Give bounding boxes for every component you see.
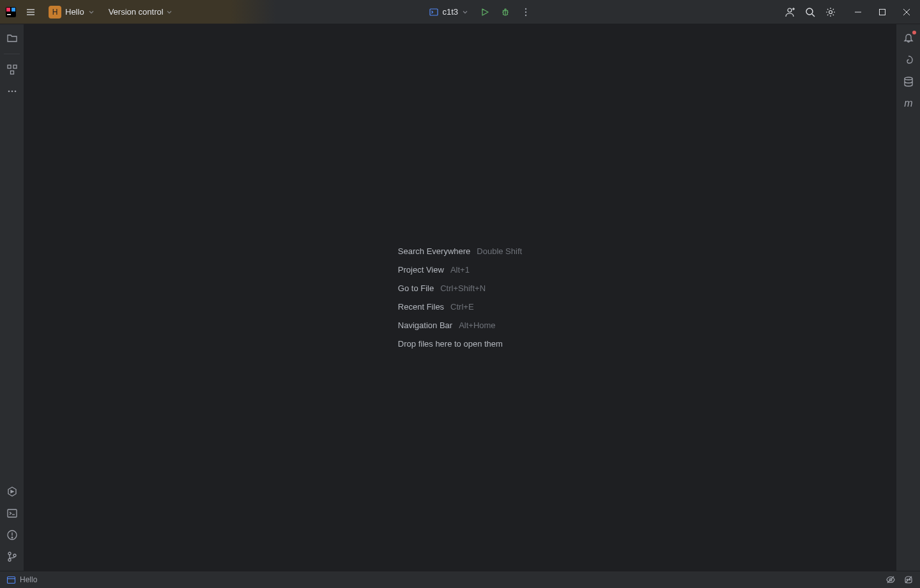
settings-button[interactable]: [822, 3, 839, 21]
svg-line-15: [507, 14, 509, 15]
svg-point-16: [505, 8, 506, 10]
status-project-button[interactable]: Hello: [6, 575, 37, 585]
project-badge: H: [49, 6, 61, 19]
svg-text:m: m: [904, 98, 912, 109]
minimize-icon: [854, 8, 862, 16]
version-control-button[interactable]: Version control: [103, 4, 178, 19]
svg-line-14: [503, 14, 504, 15]
chevron-down-icon: [166, 9, 172, 15]
search-icon: [804, 6, 816, 18]
welcome-action-project-view: Project View Alt+1: [398, 265, 522, 275]
svg-rect-31: [13, 65, 17, 68]
close-window-button[interactable]: [898, 4, 915, 20]
more-actions-button[interactable]: [517, 3, 535, 21]
structure-icon: [6, 64, 18, 75]
svg-point-44: [13, 554, 16, 557]
svg-point-19: [525, 14, 526, 15]
debug-button[interactable]: [496, 3, 514, 21]
more-vertical-icon: [521, 7, 531, 17]
titlebar: H Hello Version control c1t3: [0, 0, 920, 24]
ai-assistant-button[interactable]: [898, 50, 919, 70]
welcome-action-recent-files: Recent Files Ctrl+E: [398, 302, 522, 312]
terminal-icon: [6, 508, 18, 519]
svg-rect-37: [8, 509, 17, 517]
status-project-label: Hello: [20, 575, 37, 584]
welcome-action-go-to-file: Go to File Ctrl+Shift+N: [398, 283, 522, 293]
chevron-down-icon: [88, 9, 95, 15]
window-icon: [6, 575, 16, 585]
run-config-selector[interactable]: c1t3: [424, 4, 474, 20]
svg-point-33: [8, 91, 10, 93]
status-copilot-button[interactable]: [903, 575, 914, 585]
svg-point-45: [905, 77, 912, 80]
left-toolbar: [0, 24, 24, 571]
terminal-tool-button[interactable]: [2, 503, 22, 524]
svg-point-51: [907, 579, 908, 580]
gear-icon: [825, 6, 836, 18]
add-person-icon: [784, 6, 795, 18]
welcome-action-search: Search Everywhere Double Shift: [398, 246, 522, 256]
minimize-window-button[interactable]: [850, 4, 866, 20]
svg-point-23: [806, 8, 813, 15]
bug-icon: [500, 7, 510, 17]
svg-rect-7: [430, 9, 438, 15]
svg-line-12: [503, 10, 504, 11]
status-inspections-button[interactable]: [885, 575, 896, 585]
maven-tool-button[interactable]: m: [898, 93, 919, 114]
more-horizontal-icon: [6, 86, 18, 97]
code-with-me-button[interactable]: [781, 3, 799, 21]
svg-rect-47: [8, 577, 15, 583]
problems-tool-button[interactable]: [2, 525, 22, 545]
svg-rect-30: [8, 65, 11, 68]
welcome-action-navigation-bar: Navigation Bar Alt+Home: [398, 320, 522, 330]
svg-point-43: [8, 559, 11, 561]
statusbar: Hello: [0, 571, 920, 588]
svg-point-42: [8, 552, 11, 555]
project-selector[interactable]: H Hello: [45, 4, 98, 20]
copilot-off-icon: [903, 575, 914, 585]
svg-point-35: [14, 91, 16, 93]
run-button[interactable]: [476, 3, 494, 21]
bell-icon: [903, 33, 914, 44]
database-icon: [903, 76, 914, 87]
vcs-label: Version control: [109, 7, 164, 17]
svg-point-52: [909, 579, 910, 580]
svg-line-13: [507, 10, 509, 11]
database-tool-button[interactable]: [898, 72, 919, 92]
structure-tool-button[interactable]: [2, 59, 22, 80]
git-tool-button[interactable]: [2, 547, 22, 567]
maximize-icon: [878, 8, 886, 16]
notifications-button[interactable]: [898, 28, 919, 49]
run-config-label: c1t3: [443, 7, 459, 17]
main-menu-button[interactable]: [22, 3, 40, 21]
maven-icon: m: [902, 97, 915, 110]
spiral-icon: [903, 54, 914, 66]
git-branch-icon: [6, 551, 18, 562]
svg-rect-27: [880, 9, 885, 15]
maximize-window-button[interactable]: [874, 4, 891, 20]
editor-empty-state[interactable]: Search Everywhere Double Shift Project V…: [24, 24, 896, 571]
search-everywhere-button[interactable]: [801, 3, 819, 21]
svg-point-18: [525, 11, 526, 12]
warning-icon: [6, 529, 18, 541]
svg-rect-3: [7, 14, 11, 15]
svg-point-41: [12, 537, 13, 538]
more-tools-button[interactable]: [2, 81, 22, 102]
notification-indicator: [912, 31, 916, 34]
intellij-icon: [5, 6, 17, 18]
svg-point-34: [11, 91, 13, 93]
svg-line-24: [812, 14, 815, 17]
drop-files-hint: Drop files here to open them: [398, 339, 522, 349]
folder-icon: [6, 33, 18, 44]
svg-point-25: [829, 10, 832, 13]
eye-off-icon: [885, 575, 896, 585]
project-tool-button[interactable]: [2, 28, 22, 49]
chevron-down-icon: [462, 9, 468, 15]
project-name-label: Hello: [65, 7, 84, 17]
terminal-icon: [429, 7, 439, 17]
right-toolbar: m: [896, 24, 920, 571]
svg-rect-1: [6, 8, 10, 11]
services-tool-button[interactable]: [2, 481, 22, 502]
close-icon: [903, 8, 910, 16]
svg-point-20: [788, 8, 792, 12]
